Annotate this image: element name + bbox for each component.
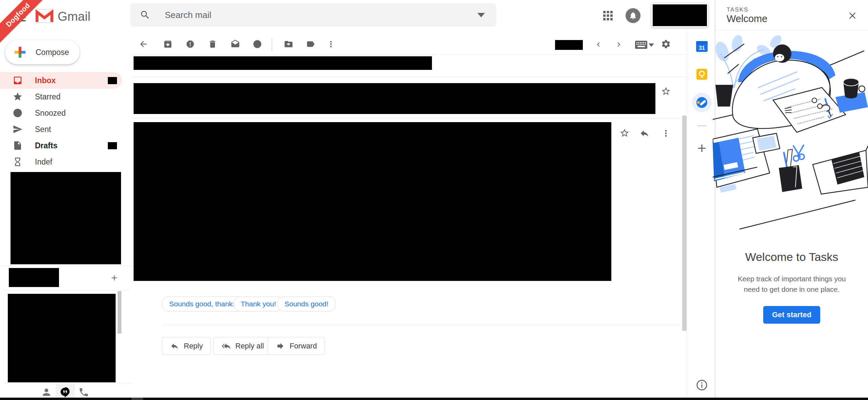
compose-plus-icon xyxy=(14,46,26,58)
reply-all-icon xyxy=(222,342,231,350)
reply-icon xyxy=(170,342,179,350)
account-profile-chip[interactable] xyxy=(651,3,708,27)
redacted-unread-count xyxy=(108,77,117,84)
tasks-welcome-illustration xyxy=(713,31,868,244)
compose-button[interactable]: Compose xyxy=(5,40,80,64)
tasks-welcome-body: Keep track of important things you need … xyxy=(715,273,868,294)
reply-button[interactable]: Reply xyxy=(162,337,211,355)
search-bar[interactable] xyxy=(130,3,496,26)
rail-left-border xyxy=(687,31,687,398)
archive-icon[interactable] xyxy=(163,39,173,49)
sidebar-item-label: Drafts xyxy=(35,141,57,150)
draft-file-icon xyxy=(13,140,23,151)
hourglass-icon xyxy=(13,157,23,167)
tasks-icon[interactable] xyxy=(695,96,708,109)
snooze-clock-icon[interactable] xyxy=(253,39,262,49)
compose-label: Compose xyxy=(36,48,69,57)
newer-chevron-icon[interactable] xyxy=(594,40,603,49)
search-input[interactable] xyxy=(165,10,477,20)
redacted-label-list xyxy=(11,172,121,264)
redacted-message-body xyxy=(134,122,611,281)
notifications-bell-icon[interactable] xyxy=(626,8,640,23)
gmail-window: Dogfood Gmail Compose xyxy=(0,0,868,400)
star-icon xyxy=(13,92,23,102)
keep-icon[interactable] xyxy=(695,68,708,81)
reply-all-button[interactable]: Reply all xyxy=(214,337,272,355)
search-icon[interactable] xyxy=(140,9,151,20)
rail-divider xyxy=(697,125,707,126)
sidebar-divider xyxy=(0,266,132,266)
mark-unread-icon[interactable] xyxy=(231,39,240,49)
toolbar-divider xyxy=(132,54,686,55)
sidebar-item-label: Starred xyxy=(35,92,60,101)
redacted-account-info xyxy=(653,4,707,26)
message-more-vert-icon[interactable] xyxy=(661,128,671,138)
redacted-chat-roster xyxy=(8,294,116,382)
sidebar-item-indef[interactable]: Indef xyxy=(0,154,122,170)
redacted-draft-count xyxy=(108,142,117,149)
older-chevron-icon[interactable] xyxy=(614,40,623,49)
sidebar-item-sent[interactable]: Sent xyxy=(0,121,122,137)
info-icon[interactable] xyxy=(696,379,708,391)
settings-gear-icon[interactable] xyxy=(661,39,671,49)
redacted-section-header xyxy=(9,268,59,287)
input-tools-keyboard-icon[interactable] xyxy=(635,40,648,49)
sidebar-item-inbox[interactable]: Inbox xyxy=(0,72,122,89)
sidebar-item-label: Indef xyxy=(35,157,52,167)
add-panel-plus-icon[interactable] xyxy=(695,142,708,155)
sidebar-footer-divider xyxy=(3,383,132,383)
add-label-plus-icon[interactable] xyxy=(110,273,119,282)
gmail-logo-icon[interactable] xyxy=(35,9,54,23)
person-icon[interactable] xyxy=(41,387,52,398)
redacted-thread-meta xyxy=(134,56,432,70)
tasks-panel-header-title: Welcome xyxy=(727,13,767,24)
sidebar-item-label: Inbox xyxy=(35,76,56,85)
get-started-button[interactable]: Get started xyxy=(763,306,820,324)
send-icon xyxy=(13,124,23,134)
sidebar-item-snoozed[interactable]: Snoozed xyxy=(0,105,122,121)
sidebar-item-drafts[interactable]: Drafts xyxy=(0,137,122,154)
content-divider xyxy=(132,118,686,119)
tasks-panel-overline: TASKS xyxy=(727,6,748,13)
window-bottom-edge xyxy=(0,398,868,400)
more-vert-icon[interactable] xyxy=(326,39,336,49)
redacted-pagination-count xyxy=(555,40,583,50)
report-spam-icon[interactable] xyxy=(185,39,195,49)
toolbar-separator xyxy=(272,38,272,51)
back-arrow-icon[interactable] xyxy=(139,39,148,49)
window-bottom-edge-segment xyxy=(132,398,143,400)
forward-label: Forward xyxy=(290,342,317,350)
close-panel-icon[interactable] xyxy=(847,10,858,21)
star-border-icon[interactable] xyxy=(661,86,671,96)
tasks-side-panel: TASKS Welcome xyxy=(715,0,868,398)
reply-all-label: Reply all xyxy=(235,342,264,350)
reply-divider xyxy=(162,325,682,325)
main-scrollbar[interactable] xyxy=(682,116,687,331)
search-options-caret-icon[interactable] xyxy=(477,13,485,17)
input-tools-caret-icon[interactable] xyxy=(649,43,654,47)
reply-arrow-icon[interactable] xyxy=(639,128,650,138)
calendar-icon[interactable]: 31 xyxy=(695,40,708,53)
clock-icon xyxy=(13,108,23,118)
delete-icon[interactable] xyxy=(208,39,217,49)
sidebar-item-label: Sent xyxy=(35,125,51,134)
gmail-wordmark: Gmail xyxy=(58,9,91,24)
move-to-icon[interactable] xyxy=(284,39,293,49)
inbox-icon xyxy=(13,75,23,85)
forward-icon xyxy=(276,342,285,350)
smart-reply-chip[interactable]: Sounds good! xyxy=(277,296,336,311)
phone-icon[interactable] xyxy=(78,387,89,398)
forward-button[interactable]: Forward xyxy=(268,337,325,355)
smart-reply-chip[interactable]: Thank you! xyxy=(233,296,283,311)
sidebar-scrollbar[interactable] xyxy=(118,291,121,334)
tasks-body-line2: need to get done in one place. xyxy=(715,284,868,294)
hangouts-icon[interactable] xyxy=(60,387,71,398)
label-icon[interactable] xyxy=(306,39,315,49)
reply-label: Reply xyxy=(184,342,203,350)
apps-grid-icon[interactable] xyxy=(601,8,615,23)
message-star-border-icon[interactable] xyxy=(619,128,630,138)
sidebar-item-starred[interactable]: Starred xyxy=(0,89,122,105)
content-divider xyxy=(132,76,686,77)
sidebar-item-label: Snoozed xyxy=(35,109,66,118)
svg-text:31: 31 xyxy=(699,45,705,51)
